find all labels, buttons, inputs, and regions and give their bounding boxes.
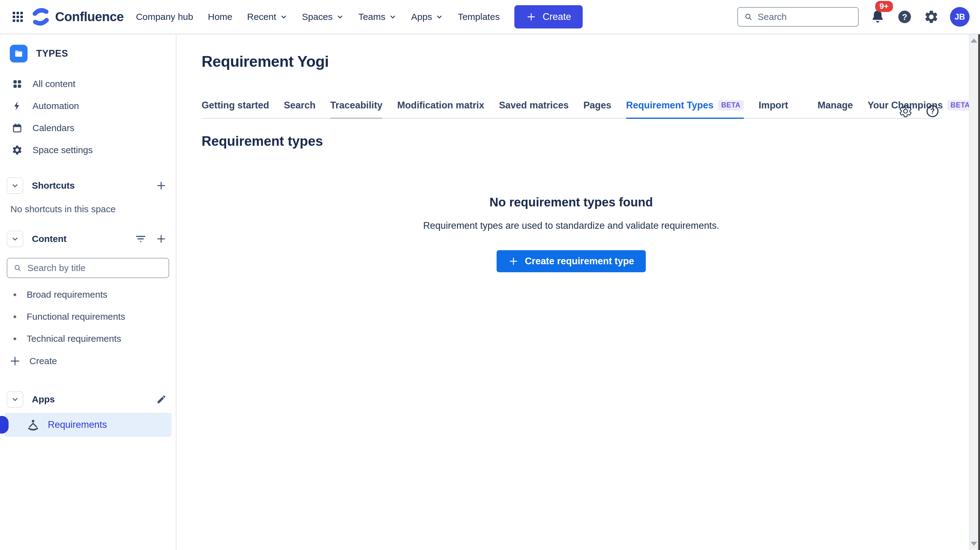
empty-state-title: No requirement types found (202, 196, 941, 209)
shortcuts-section-header: Shortcuts (7, 176, 169, 196)
tab-saved-matrices[interactable]: Saved matrices (499, 100, 569, 119)
nav-home[interactable]: Home (208, 12, 232, 22)
space-avatar-icon (10, 45, 27, 62)
tab-import[interactable]: Import (759, 100, 788, 119)
svg-text:?: ? (902, 12, 907, 22)
help-button[interactable]: ? (897, 9, 913, 25)
space-name: TYPES (36, 48, 68, 59)
tab-modification-matrix[interactable]: Modification matrix (397, 100, 484, 119)
edit-apps-button[interactable] (156, 394, 167, 405)
page-item-functional-requirements[interactable]: Functional requirements (7, 306, 169, 327)
confluence-app: Confluence Company hub Home Recent Space… (0, 0, 980, 550)
chevron-down-icon (11, 395, 19, 403)
sidebar-create-button[interactable]: Create (7, 350, 169, 372)
app-tab-bar: Getting started Search Traceability Modi… (202, 100, 941, 119)
nav-company-hub[interactable]: Company hub (136, 12, 193, 22)
chevron-down-icon (436, 13, 443, 21)
sidebar-item-label: All content (32, 79, 75, 89)
content-search-input[interactable] (27, 263, 162, 273)
bullet-icon (13, 293, 16, 296)
settings-button[interactable] (924, 9, 939, 24)
filter-icon (135, 233, 146, 245)
sidebar-item-all-content[interactable]: All content (7, 73, 169, 95)
plus-icon (9, 355, 21, 367)
chevron-down-icon (11, 181, 19, 189)
global-search-input[interactable] (757, 12, 852, 22)
sidebar-item-calendars[interactable]: Calendars (7, 117, 169, 139)
apps-title: Apps (32, 394, 55, 405)
nav-spaces[interactable]: Spaces (302, 12, 344, 22)
scroll-up-arrow[interactable] (970, 38, 977, 43)
filter-content-button[interactable] (135, 233, 146, 245)
confluence-logo-icon (31, 7, 50, 26)
page-item-technical-requirements[interactable]: Technical requirements (7, 327, 169, 350)
nav-teams[interactable]: Teams (358, 12, 396, 22)
page-title: Requirement Yogi (202, 52, 941, 70)
avatar-initials: JB (955, 12, 965, 22)
active-item-indicator (0, 416, 9, 434)
gear-icon (899, 104, 913, 118)
help-icon: ? (926, 104, 940, 118)
nav-recent[interactable]: Recent (247, 12, 287, 22)
calendar-icon (11, 122, 23, 134)
sidebar-item-automation[interactable]: Automation (7, 95, 169, 117)
space-sidebar: TYPES All content Automation (0, 34, 177, 550)
nav-apps[interactable]: Apps (411, 12, 443, 22)
shortcuts-empty-text: No shortcuts in this space (10, 204, 169, 215)
nav-templates[interactable]: Templates (458, 12, 500, 22)
tab-requirement-types[interactable]: Requirement Types BETA (626, 100, 744, 119)
plus-icon (156, 180, 167, 191)
app-help-button[interactable]: ? (926, 104, 940, 118)
plus-icon (156, 234, 167, 244)
section-title: Requirement types (202, 134, 941, 149)
content-collapse-button[interactable] (7, 230, 23, 247)
add-content-button[interactable] (156, 234, 167, 244)
app-grid-icon (11, 10, 24, 24)
page-actions: ? (899, 104, 940, 118)
tab-manage[interactable]: Manage (818, 100, 853, 119)
chevron-down-icon (389, 13, 396, 21)
primary-nav: Company hub Home Recent Spaces Teams App… (136, 12, 500, 22)
add-shortcut-button[interactable] (156, 180, 167, 191)
tab-traceability[interactable]: Traceability (330, 100, 383, 119)
plus-icon (526, 12, 536, 22)
apps-section-header: Apps (7, 389, 169, 409)
empty-state: No requirement types found Requirement t… (202, 196, 941, 272)
search-icon (13, 263, 22, 273)
notifications-count-badge: 9+ (875, 1, 893, 12)
app-switcher-button[interactable] (9, 8, 27, 26)
user-avatar[interactable]: JB (950, 7, 970, 27)
search-icon (744, 12, 753, 22)
sidebar-item-label: Space settings (32, 145, 93, 155)
confluence-home-link[interactable]: Confluence (31, 7, 124, 26)
scroll-down-arrow[interactable] (970, 542, 977, 546)
content-search[interactable] (7, 258, 169, 278)
tab-pages[interactable]: Pages (583, 100, 611, 119)
tab-search[interactable]: Search (284, 100, 315, 119)
tab-getting-started[interactable]: Getting started (202, 100, 269, 119)
shortcuts-collapse-button[interactable] (7, 177, 23, 194)
content-section-header: Content (7, 229, 169, 249)
global-create-button[interactable]: Create (514, 5, 583, 29)
page-item-broad-requirements[interactable]: Broad requirements (7, 284, 169, 306)
beta-badge: BETA (718, 100, 744, 111)
chevron-down-icon (280, 13, 287, 21)
sidebar-item-space-settings[interactable]: Space settings (7, 139, 169, 161)
sidebar-item-requirements[interactable]: Requirements (4, 413, 172, 437)
create-requirement-type-button[interactable]: Create requirement type (496, 250, 646, 272)
main-content: Requirement Yogi ? Getting started (177, 34, 969, 550)
apps-collapse-button[interactable] (7, 391, 23, 408)
app-settings-button[interactable] (899, 104, 913, 118)
svg-text:?: ? (931, 107, 935, 115)
notifications-button[interactable]: 9+ (870, 9, 886, 25)
page-title: Broad requirements (27, 289, 107, 300)
bullet-icon (13, 315, 16, 318)
chevron-down-icon (336, 13, 344, 21)
vertical-scrollbar[interactable] (969, 34, 978, 550)
grid-icon (11, 78, 23, 89)
global-search[interactable] (737, 7, 859, 27)
requirement-yogi-icon (26, 418, 40, 431)
bullet-icon (13, 337, 16, 340)
plus-icon (508, 256, 519, 266)
space-header[interactable]: TYPES (7, 45, 169, 62)
